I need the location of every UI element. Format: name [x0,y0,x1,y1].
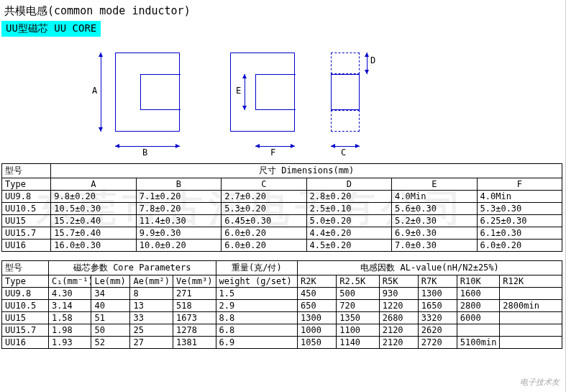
cell: 720 [337,300,380,312]
cell: 27 [130,337,173,349]
cell: 1381 [173,337,216,349]
col-header: Le(mm) [91,275,130,288]
core-params-table: 型号 磁芯参数 Core Parameters 重量(克/付) 电感因数 AL-… [1,260,562,349]
cell: UU16 [2,240,51,252]
col-header: A [51,178,136,191]
cell: 930 [379,288,418,300]
cell: UU15.7 [2,324,49,337]
cell: 15.2±0.40 [51,215,136,227]
cell: 1350 [337,312,380,324]
col-header: Ve(mm³) [173,275,216,288]
dimensions-table: 型号 尺寸 Dimensions(mm) Type A B C D E F UU… [1,163,562,252]
cell: 2.8±0.20 [306,191,391,203]
cell: 5.3±0.20 [222,203,306,215]
table-row: UU1515.2±0.4011.4±0.306.45±0.305.0±0.205… [2,215,562,227]
table-row: UU1616.0±0.3010.0±0.206.0±0.204.5±0.207.… [2,240,562,252]
cell: 6.8 [216,324,298,337]
page-title: 共模电感(common mode inductor) [0,0,565,21]
col-header: R12K [500,275,562,288]
cell: 52 [91,337,130,349]
cell: 10.5±0.30 [51,203,136,215]
cell: 1.5 [216,288,298,300]
col-header: D [306,178,391,191]
dim-label-c: C [341,147,346,158]
cell: 33 [130,312,173,324]
col-header: R10K [457,275,500,288]
cell: 1140 [337,337,380,349]
col-header: F [477,178,562,191]
cell: 6.45±0.30 [222,215,306,227]
col-header: Type [2,275,49,288]
cell [500,288,562,300]
cell: 6.0±0.20 [477,240,562,252]
cell: 2.7±0.20 [222,191,306,203]
table-row: Type A B C D E F [2,178,562,191]
cell: 3320 [418,312,457,324]
cell: 13 [130,300,173,312]
col-header: 电感因数 AL-value(nH/N2±25%) [298,261,562,275]
cell: 6000 [457,312,500,324]
table-row: UU10.53.1440135182.965072012201650280028… [2,300,562,312]
cell: 10.0±0.20 [136,240,221,252]
cell: UU10.5 [2,203,51,215]
cell: 6.25±0.30 [477,215,562,227]
cell: 5.0±0.20 [306,215,391,227]
table-row: UU151.58513316738.813001350268033206000 [2,312,562,324]
col-header: C [222,178,306,191]
cell: 6.0±0.20 [222,227,306,240]
table-row: 型号 磁芯参数 Core Parameters 重量(克/付) 电感因数 AL-… [2,261,562,275]
cell: 3.14 [48,300,91,312]
col-header: R7K [418,275,457,288]
cell: 1220 [379,300,418,312]
cell: 5.3±0.30 [477,203,562,215]
dim-label-f: F [270,147,275,158]
cell: 1.98 [48,324,91,337]
cell: 2120 [379,324,418,337]
cell: 1650 [418,300,457,312]
cell: 2680 [379,312,418,324]
cell: 271 [173,288,216,300]
cell: 1100 [337,324,380,337]
cell: 4.30 [48,288,91,300]
corner-watermark: 电子技术友 [520,377,560,388]
dim-label-a: A [92,86,97,96]
cell: 5100min [457,337,500,349]
dim-label-b: B [142,147,147,158]
cell: 8.8 [216,312,298,324]
cell: 6.9 [216,337,298,349]
cell: 4.0Min [477,191,562,203]
table-row: UU9.89.8±0.207.1±0.202.7±0.202.8±0.204.0… [2,191,562,203]
cell: 50 [91,324,130,337]
cell: 1300 [298,312,337,324]
cell: UU10.5 [2,300,49,312]
cell: UU15 [2,312,49,324]
cell: UU15 [2,215,51,227]
cell: 2620 [418,324,457,337]
cell: 2.5±0.10 [306,203,391,215]
cell: 5.2±0.30 [392,215,477,227]
cell: 2800min [500,300,562,312]
col-header: Type [2,178,51,191]
col-header: R2K [298,275,337,288]
cell: 650 [298,300,337,312]
cell: 16.0±0.30 [51,240,136,252]
cell: UU16 [2,337,49,349]
col-header: C₁(mm⁻¹) [48,275,91,288]
cell: UU15.7 [2,227,51,240]
cell [500,324,562,337]
col-header: 重量(克/付) [216,261,298,275]
cell: 40 [91,300,130,312]
col-header: weight (g/set) [216,275,298,288]
cell: 34 [91,288,130,300]
section-subtitle: UU型磁芯 UU CORE [1,21,101,37]
cell: 2.9 [216,300,298,312]
cell: 2720 [418,337,457,349]
cell: 1000 [298,324,337,337]
cell: 1.93 [48,337,91,349]
table-row: UU15.71.98502512786.81000110021202620 [2,324,562,337]
cell: 9.9±0.30 [136,227,221,240]
col-header: R5K [379,275,418,288]
cell: 6.0±0.20 [222,240,306,252]
cell: 450 [298,288,337,300]
table-row: UU10.510.5±0.307.8±0.205.3±0.202.5±0.105… [2,203,562,215]
